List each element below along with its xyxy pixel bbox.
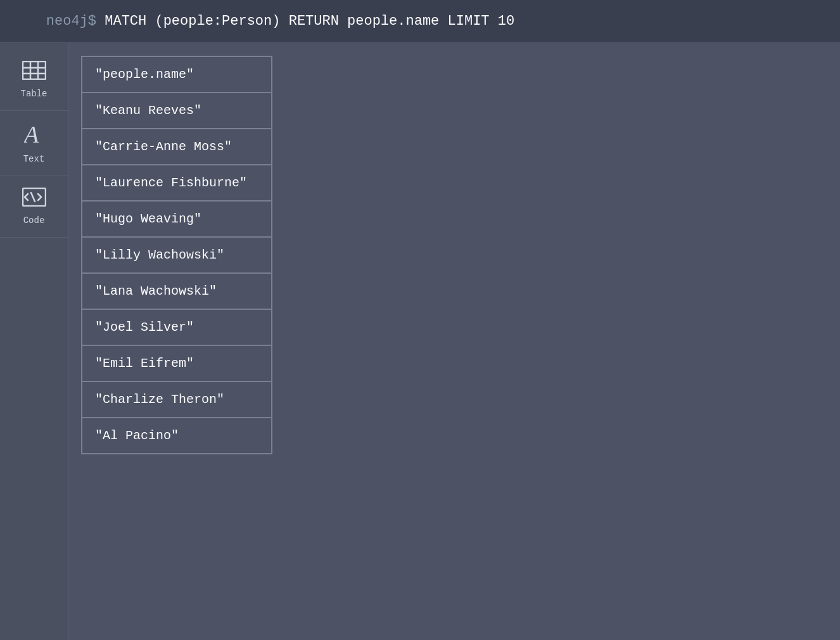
table-row: "Lilly Wachowski" [82,237,272,273]
results-table: "people.name" "Keanu Reeves""Carrie-Anne… [81,56,272,454]
sidebar-item-text-label: Text [23,154,45,164]
table-header-row: "people.name" [82,56,272,93]
svg-rect-6 [23,188,46,206]
command-prompt: neo4j$ [46,13,105,29]
table-cell: "Laurence Fishburne" [82,165,272,201]
sidebar: Table A Text Code [0,43,68,640]
sidebar-item-table[interactable]: Table [0,49,68,111]
text-icon: A [24,122,44,150]
svg-line-7 [31,193,35,202]
sidebar-item-code[interactable]: Code [0,176,68,238]
table-icon [22,61,46,85]
table-row: "Emil Eifrem" [82,345,272,381]
table-row: "Keanu Reeves" [82,93,272,129]
sidebar-item-table-label: Table [20,89,47,99]
sidebar-item-code-label: Code [23,215,45,226]
table-row: "Al Pacino" [82,418,272,454]
table-cell: "Charlize Theron" [82,381,272,418]
command-text: neo4j$ MATCH (people:Person) RETURN peop… [13,0,514,45]
content-area: "people.name" "Keanu Reeves""Carrie-Anne… [68,43,840,640]
sidebar-item-text[interactable]: A Text [0,111,68,176]
table-row: "Charlize Theron" [82,381,272,418]
table-cell: "Lilly Wachowski" [82,237,272,273]
table-cell: "Hugo Weaving" [82,201,272,237]
table-cell: "Keanu Reeves" [82,93,272,129]
command-body: MATCH (people:Person) RETURN people.name… [105,13,514,29]
table-cell: "Al Pacino" [82,418,272,454]
table-header-cell: "people.name" [82,56,272,93]
table-cell: "Emil Eifrem" [82,345,272,381]
table-cell: "Joel Silver" [82,309,272,345]
table-row: "Laurence Fishburne" [82,165,272,201]
table-row: "Carrie-Anne Moss" [82,129,272,165]
command-bar: neo4j$ MATCH (people:Person) RETURN peop… [0,0,840,43]
table-cell: "Lana Wachowski" [82,273,272,309]
svg-rect-0 [23,61,46,79]
table-cell: "Carrie-Anne Moss" [82,129,272,165]
table-row: "Lana Wachowski" [82,273,272,309]
main-area: Table A Text Code [0,43,840,640]
code-icon [22,188,46,212]
table-row: "Joel Silver" [82,309,272,345]
table-row: "Hugo Weaving" [82,201,272,237]
svg-text:A: A [24,122,39,145]
